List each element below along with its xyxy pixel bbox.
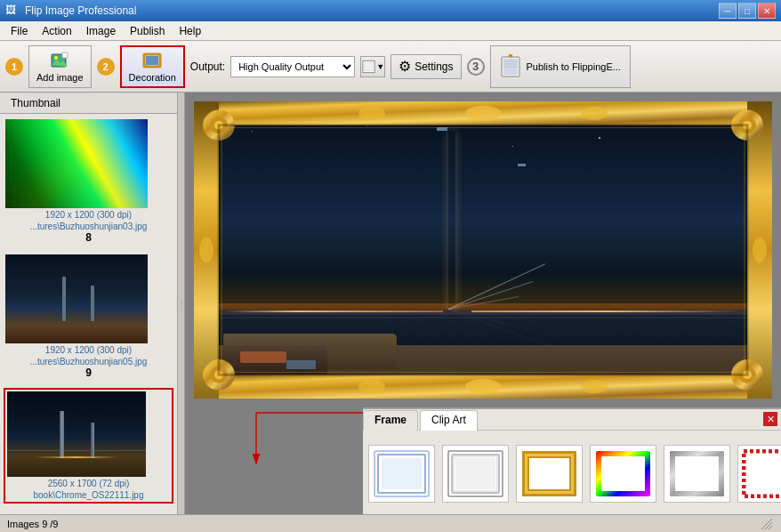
main-area: Thumbnail 1920 x 1200 (300 dpi) ...tures… [0, 93, 781, 514]
left-panel: Thumbnail 1920 x 1200 (300 dpi) ...tures… [0, 93, 178, 514]
add-image-icon [50, 51, 69, 70]
svg-rect-47 [382, 458, 422, 489]
frame-item-6[interactable] [737, 445, 781, 503]
thumb-info-sel-a: 2560 x 1700 (72 dpi) [7, 479, 170, 488]
thumbnail-item[interactable]: 1920 x 1200 (300 dpi) ...tures\Buzhuoshu… [4, 117, 173, 246]
svg-line-68 [765, 522, 772, 529]
publish-icon [500, 53, 521, 80]
publish-button[interactable]: Publish to FlippingE... [490, 45, 631, 88]
decoration-button[interactable]: Decoration [120, 45, 185, 88]
clip-art-tab[interactable]: Clip Art [420, 410, 478, 431]
maximize-button[interactable]: □ [738, 3, 756, 19]
thumbnail-item-selected[interactable]: 2560 x 1700 (72 dpi) book\Chrome_OS22111… [4, 388, 173, 504]
thumbnail-item[interactable]: 1920 x 1200 (300 dpi) ...tures\Buzhuoshu… [4, 253, 173, 381]
frame-item-3[interactable] [516, 445, 583, 503]
status-text: Images 9 /9 [7, 519, 58, 529]
settings-label: Settings [415, 60, 453, 73]
minimize-button[interactable]: ─ [719, 3, 737, 19]
step2-badge: 2 [97, 58, 115, 76]
svg-line-69 [769, 526, 772, 529]
panel-resize-handle[interactable]: ⋮ [178, 93, 185, 514]
output-select[interactable]: High Quality Output Normal Output Low Qu… [230, 56, 355, 77]
menu-file[interactable]: File [4, 23, 35, 39]
svg-rect-57 [601, 456, 645, 491]
app-title: Flip Image Professional [25, 4, 719, 17]
svg-rect-59 [675, 456, 719, 491]
add-image-button[interactable]: Add image [28, 45, 92, 88]
add-image-label: Add image [36, 72, 84, 83]
toolbar: 1 Add image 2 Decoration Output: High Qu… [0, 41, 781, 93]
thumb-num-8: 8 [5, 231, 172, 244]
thumb-info-9a: 1920 x 1200 (300 dpi) [5, 345, 172, 355]
frame-items-list: Broswers... [363, 431, 781, 514]
svg-rect-9 [365, 62, 373, 70]
frame-tab[interactable]: Frame [363, 410, 418, 431]
app-icon: 🖼 [5, 4, 20, 18]
thumbnail-image [5, 254, 148, 343]
output-label: Output: [190, 60, 225, 73]
settings-button[interactable]: ⚙ Settings [390, 54, 461, 79]
main-canvas [194, 101, 772, 399]
frame-item-1[interactable] [368, 445, 435, 503]
menu-image[interactable]: Image [79, 23, 123, 39]
svg-rect-3 [62, 52, 68, 58]
frame-panel-header: Frame Clip Art ✕ [363, 409, 781, 431]
frame-item-4[interactable] [590, 445, 656, 503]
menu-publish[interactable]: Publish [123, 23, 172, 39]
thumb-num-9: 9 [5, 367, 172, 379]
menu-help[interactable]: Help [172, 23, 208, 39]
title-bar: 🖼 Flip Image Professional ─ □ ✕ [0, 0, 781, 21]
svg-rect-7 [146, 56, 158, 65]
menu-action[interactable]: Action [35, 23, 78, 39]
thumb-info-8a: 1920 x 1200 (300 dpi) [5, 210, 172, 220]
thumbnail-tab: Thumbnail [0, 93, 177, 114]
svg-rect-61 [751, 458, 781, 489]
thumb-info-9b: ...tures\Buzhuoshunjian05.jpg [5, 357, 172, 367]
svg-rect-55 [529, 458, 569, 489]
menu-bar: File Action Image Publish Help [0, 21, 781, 41]
decoration-icon [142, 51, 162, 70]
thumbnail-image [5, 119, 148, 208]
status-bar: Images 9 /9 [0, 514, 781, 532]
frame-panel: Frame Clip Art ✕ [363, 407, 781, 514]
step1-badge: 1 [5, 58, 23, 76]
window-controls: ─ □ ✕ [719, 3, 776, 19]
gear-icon: ⚙ [399, 58, 411, 75]
close-panel-button[interactable]: ✕ [763, 412, 777, 426]
svg-rect-51 [455, 458, 495, 489]
step3-badge: 3 [467, 58, 485, 76]
thumbnail-image [7, 391, 146, 477]
thumb-info-sel-b: book\Chrome_OS22111.jpg [7, 490, 170, 500]
publish-label: Publish to FlippingE... [527, 61, 621, 72]
canvas-area: Frame Clip Art ✕ [185, 93, 781, 514]
thumb-info-8b: ...tures\Buzhuoshunjian03.jpg [5, 222, 172, 231]
decoration-label: Decoration [129, 72, 176, 83]
svg-point-1 [54, 56, 58, 60]
frame-item-2[interactable] [442, 445, 509, 503]
thumbnail-list[interactable]: 1920 x 1200 (300 dpi) ...tures\Buzhuoshu… [0, 114, 177, 514]
close-button[interactable]: ✕ [758, 3, 776, 19]
resize-grip[interactable] [760, 517, 774, 531]
frame-item-5[interactable] [664, 445, 730, 503]
color-picker-button[interactable]: ▼ [360, 56, 385, 77]
